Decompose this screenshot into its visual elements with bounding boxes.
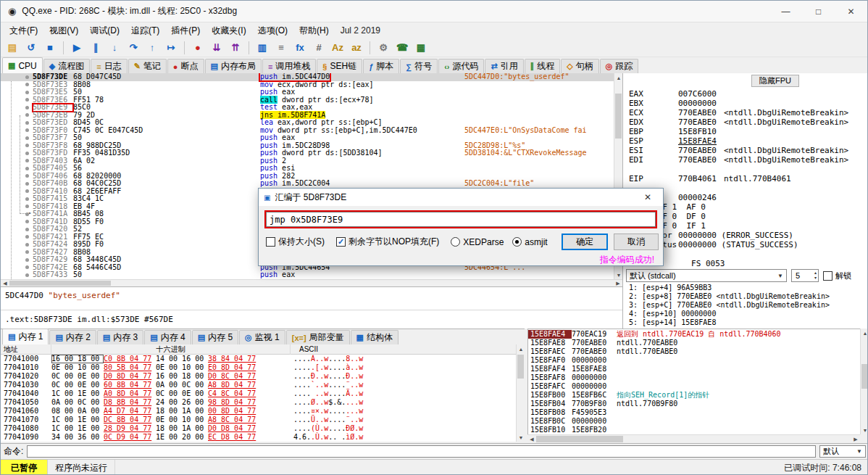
dump-row[interactable]: 770410401C 00 1E 00A0 8D 04 770C 00 0E 0…: [1, 389, 516, 398]
disasm-gutter[interactable]: [1, 134, 33, 142]
dialog-close-button[interactable]: ✕: [633, 189, 663, 206]
bottom-tab-watch[interactable]: ◎监视 1: [239, 330, 285, 344]
bottom-tab-memory-3[interactable]: ▤内存 3: [97, 330, 143, 344]
hide-fpu-button[interactable]: 隐藏FPU: [751, 75, 799, 87]
breakpoint-dot[interactable]: [25, 91, 29, 94]
stack-row[interactable]: 15E8FB04770B9F80ntdll.770B9F80: [528, 400, 860, 408]
breakpoint-dot[interactable]: [25, 205, 29, 208]
scroll-thumb[interactable]: [861, 364, 868, 389]
help-phone-button[interactable]: ☎: [393, 40, 411, 56]
command-input[interactable]: [27, 445, 816, 458]
dump-row[interactable]: 7704100016 00 18 00C0 8B 04 7714 00 16 0…: [1, 355, 516, 363]
breakpoint-dot[interactable]: [25, 83, 29, 86]
stack-hscrollbar[interactable]: ◀ ▶: [527, 434, 860, 443]
disasm-row[interactable]: 5D8F740556push esi: [1, 165, 614, 173]
breakpoint-dot[interactable]: [25, 250, 29, 254]
disasm-gutter[interactable]: [1, 88, 33, 96]
breakpoint-dot[interactable]: [25, 167, 29, 170]
disasm-row[interactable]: 5D8F73F0C745 0C E047C45Dmov dword ptr ss…: [1, 127, 614, 135]
menu-item-4[interactable]: 插件(P): [165, 23, 206, 38]
register-row[interactable]: EAX007C6000: [629, 89, 867, 99]
disasm-gutter[interactable]: [1, 104, 33, 112]
stack-row[interactable]: 15E8FB1015E8FB20: [528, 426, 860, 434]
stack-row[interactable]: 15E8FAE8770EABE0ntdll.770EABE0: [528, 339, 860, 347]
step-over-button[interactable]: ↷: [125, 40, 142, 56]
run-to-return-button[interactable]: ↦: [162, 40, 180, 56]
register-row[interactable]: LastStatus00000000 (STATUS_SUCCESS): [629, 240, 867, 249]
menu-item-5[interactable]: 收藏夹(I): [206, 23, 251, 38]
tab-graph[interactable]: ◈流程图: [43, 59, 90, 73]
register-row[interactable]: ESI770EABE0<ntdll.DbgUiRemoteBreakin>: [629, 146, 867, 155]
breakpoint-dot[interactable]: [25, 159, 29, 162]
menu-item-3[interactable]: 追踪(T): [125, 23, 165, 38]
menu-item-1[interactable]: 视图(V): [43, 23, 84, 38]
register-row[interactable]: EIP770B4061ntdll.770B4061: [629, 174, 867, 183]
breakpoints-button[interactable]: ●: [189, 40, 206, 56]
tab-script[interactable]: ƒ脚本: [363, 59, 399, 73]
flags-line[interactable]: OF 0 SF 0 DF 0: [629, 212, 867, 221]
dump-col-address[interactable]: 地址: [1, 344, 51, 355]
scroll-thumb[interactable]: [9, 281, 111, 286]
tab-notes[interactable]: ✎笔记: [128, 59, 167, 73]
stack-row[interactable]: 15E8FAF000000000: [528, 356, 860, 365]
breakpoint-dot[interactable]: [25, 113, 29, 117]
disasm-gutter[interactable]: [1, 119, 33, 127]
disasm-row[interactable]: 5D8F74036A 02push 2: [1, 157, 614, 165]
menu-item-0[interactable]: 文件(F): [4, 23, 43, 38]
flags-line[interactable]: ZF 1 PF 1 AF 0: [629, 202, 867, 212]
disasm-gutter[interactable]: [1, 165, 33, 173]
disasm-gutter[interactable]: [1, 256, 33, 264]
strings-button[interactable]: Az: [329, 40, 346, 56]
cancel-button[interactable]: 取消: [614, 234, 659, 250]
tab-handles[interactable]: ◇句柄: [561, 59, 598, 73]
argument-row[interactable]: 2: [esp+8] 770EABE0 <ntdll.DbgUiRemoteBr…: [629, 292, 830, 301]
menu-item-2[interactable]: 调试(D): [84, 23, 125, 38]
step-into-button[interactable]: ↓: [106, 40, 123, 56]
dump-row[interactable]: 770410701C 00 1E 00DC 8B 04 770E 00 10 0…: [1, 416, 516, 424]
trace-into-button[interactable]: ⇊: [208, 40, 225, 56]
run-button[interactable]: ▶: [68, 40, 85, 56]
register-row[interactable]: EBP15E8FB10: [629, 127, 867, 136]
stack-row[interactable]: 15E8FAF415E8FAE8: [528, 365, 860, 373]
disasm-row[interactable]: 5D8F73E38B08mov ecx,dword ptr ds:[eax]: [1, 81, 614, 89]
close-button[interactable]: ✕: [835, 1, 867, 22]
case-button[interactable]: az: [348, 40, 365, 56]
disasm-gutter[interactable]: [1, 264, 33, 272]
breakpoint-dot[interactable]: [25, 265, 29, 269]
disasm-gutter[interactable]: [1, 195, 33, 203]
tab-trace[interactable]: ◎跟踪: [600, 59, 639, 73]
disasm-gutter[interactable]: [1, 96, 33, 104]
open-file-button[interactable]: ▤: [4, 40, 21, 56]
dialog-title-bar[interactable]: ▣ 汇编于 5D8F73DE ✕: [259, 189, 663, 206]
disasm-hscrollbar[interactable]: ◀ ▶: [1, 279, 622, 286]
register-row[interactable]: EDI770EABE0<ntdll.DbgUiRemoteBreakin>: [629, 155, 867, 165]
tab-cpu[interactable]: ▦CPU: [2, 57, 43, 73]
dump-row[interactable]: 7704106008 00 0A 00A4 D7 04 7718 00 1A 0…: [1, 407, 516, 416]
disasm-gutter[interactable]: [1, 180, 33, 188]
register-row[interactable]: EFLAGS00000246: [629, 193, 867, 202]
stop-button[interactable]: ■: [41, 40, 59, 56]
disasm-row[interactable]: 5D8F73FDFF35 0481D35Dpush dword ptr ds:[…: [1, 149, 614, 157]
breakpoint-dot[interactable]: [25, 235, 29, 239]
stack-row[interactable]: 15E8FAF800000000: [528, 373, 860, 382]
calling-convention-select[interactable]: 默认 (stdcall) ▼: [626, 269, 787, 282]
disasm-gutter[interactable]: [1, 81, 33, 89]
xedparse-radio[interactable]: [451, 237, 460, 247]
breakpoint-dot[interactable]: [25, 152, 29, 155]
register-row[interactable]: ECX770EABE0<ntdll.DbgUiRemoteBreakin>: [629, 108, 867, 117]
tab-log[interactable]: ≡日志: [91, 59, 127, 73]
tab-memory-map[interactable]: ▤内存布局: [205, 59, 262, 73]
disasm-gutter[interactable]: [1, 157, 33, 165]
stack-row[interactable]: 15E8FAFC00000000: [528, 382, 860, 391]
stack-row[interactable]: 15E8FAE4770EAC19返回到 ntdll.770EAC19 自 ntd…: [528, 330, 860, 339]
argument-row[interactable]: 1: [esp+4] 96A59BB3: [629, 284, 830, 292]
disasm-gutter[interactable]: [1, 249, 33, 257]
tab-source[interactable]: ‹›源代码: [438, 59, 484, 73]
disasm-gutter[interactable]: [1, 203, 33, 211]
memory-dump-pane[interactable]: 7704100016 00 18 00C0 8B 04 7714 00 16 0…: [1, 355, 516, 442]
disasm-gutter[interactable]: [1, 149, 33, 157]
stack-row[interactable]: 15E8FB0C00000000: [528, 417, 860, 426]
tab-threads[interactable]: ∥线程: [525, 59, 561, 73]
breakpoint-dot[interactable]: [25, 197, 29, 201]
breakpoint-dot[interactable]: [25, 98, 29, 102]
